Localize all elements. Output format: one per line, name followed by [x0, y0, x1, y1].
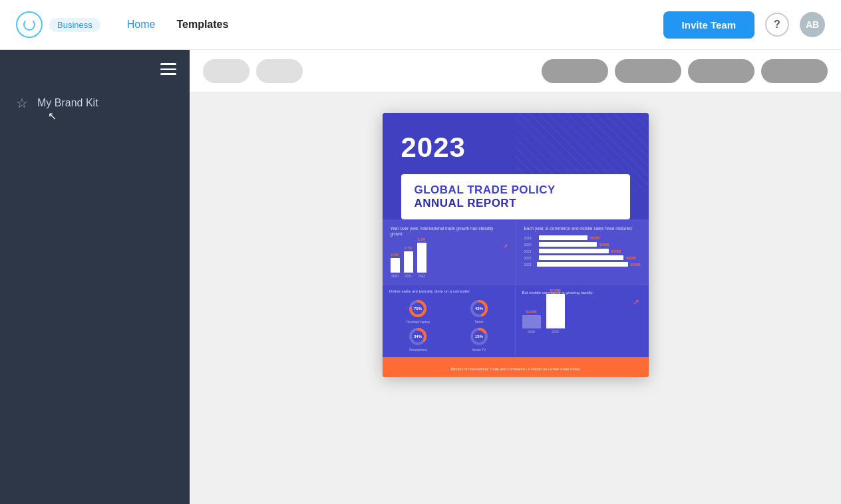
- toolbar-filter-3[interactable]: [688, 59, 755, 83]
- donut-smarttv-label: Smart TV: [472, 348, 486, 352]
- toolbar-button-2[interactable]: [256, 59, 303, 83]
- sidebar-item-brand-kit[interactable]: ☆ My Brand Kit ↖: [0, 86, 190, 120]
- mobile-val-2022: $745B: [550, 289, 560, 293]
- bar-2021-value: 3.7%: [405, 246, 412, 250]
- star-icon: ☆: [16, 95, 28, 111]
- mobile-label-2015: 2015: [528, 330, 535, 334]
- donut-desktop-label: Desktop/Laptop: [407, 320, 430, 324]
- hbar-2019-val: $237B: [590, 236, 600, 240]
- hbar-2022-year: 2022: [524, 256, 536, 260]
- business-badge: Business: [49, 18, 100, 32]
- bar-2021: 3.7% 2021: [404, 246, 413, 278]
- donut-grid: 75% Desktop/Laptop 43% Tablet: [383, 293, 515, 357]
- hbar-2023-year: 2023: [524, 263, 535, 267]
- hbar-2020-bar: [539, 242, 597, 247]
- invite-team-button[interactable]: Invite Team: [663, 11, 755, 39]
- hbar-2020-year: 2020: [524, 243, 536, 247]
- donut-smartphone: 34% Smartphone: [389, 326, 448, 352]
- toolbar-filter-4[interactable]: [761, 59, 828, 83]
- sidebar: ☆ My Brand Kit ↖: [0, 50, 190, 504]
- doc-charts-bottom: Online sales are typically done on a com…: [383, 285, 649, 357]
- bar-2022-col: [417, 243, 426, 273]
- bar-chart-title: Year over year, international trade grow…: [391, 226, 508, 237]
- doc-charts-top: Year over year, international trade grow…: [383, 219, 649, 285]
- hbar-2019-year: 2019: [524, 236, 536, 240]
- bar-2022: 5.2% 2022: [417, 237, 426, 278]
- doc-footer: Ministry of International Trade and Comm…: [383, 357, 649, 377]
- hbar-2020-val: $280B: [599, 243, 609, 247]
- nav-templates[interactable]: Templates: [171, 19, 234, 31]
- bar-2020-col: [391, 258, 400, 273]
- mobile-label-2022: 2022: [552, 330, 559, 334]
- avatar[interactable]: AB: [800, 12, 825, 37]
- doc-footer-text: Ministry of International Trade and Comm…: [450, 367, 580, 371]
- svg-text:15%: 15%: [475, 334, 484, 338]
- donut-smarttv: 15% Smart TV: [450, 326, 508, 352]
- toolbar-filter-2[interactable]: [615, 59, 681, 83]
- mobile-bar-2022-col: [546, 294, 565, 328]
- bar-2021-col: [404, 251, 413, 273]
- donut-smarttv-svg: 15%: [469, 326, 489, 346]
- mobile-bar-2015-col: [522, 315, 541, 328]
- hbar-2022: 2022 $410B: [524, 255, 641, 260]
- donut-smartphone-svg: 34%: [408, 326, 428, 346]
- sidebar-brand-kit-label: My Brand Kit: [37, 97, 98, 109]
- toolbar-filter-1[interactable]: [542, 59, 608, 83]
- bar-2020: 2.5% 2020: [391, 253, 400, 278]
- donut-title: Online sales are typically done on a com…: [383, 285, 515, 293]
- bar-2022-label: 2022: [418, 274, 425, 278]
- nav-home[interactable]: Home: [122, 19, 161, 31]
- hbar-chart: 2019 $237B 2020 $280B 2021: [524, 235, 641, 267]
- logo-area: Business: [16, 11, 100, 38]
- hbar-2022-bar: [539, 255, 624, 260]
- mobile-bar-2022: $745B 2022: [546, 289, 565, 334]
- logo-icon: [16, 11, 43, 38]
- hbar-2021: 2021 $340B: [524, 249, 641, 253]
- bar-chart-area: ↗ 2.5% 2020 3.7% 2021: [391, 241, 508, 278]
- svg-text:43%: 43%: [475, 307, 484, 311]
- bar-2021-label: 2021: [405, 274, 412, 278]
- toolbar-button-1[interactable]: [203, 59, 250, 83]
- hamburger-icon: [160, 63, 176, 75]
- doc-title-line2: ANNUAL REPORT: [415, 197, 617, 210]
- content-area: 2023 GLOBAL TRADE POLICY ANNUAL REPORT Y…: [190, 50, 841, 504]
- donut-desktop-svg: 75%: [408, 299, 428, 318]
- hbar-chart-title: Each year, E-commerce and mobile sales h…: [524, 226, 641, 231]
- svg-text:34%: 34%: [414, 334, 422, 338]
- hbar-chart-panel: Each year, E-commerce and mobile sales h…: [516, 219, 649, 285]
- bar-2020-label: 2020: [391, 274, 399, 278]
- hbar-2019: 2019 $237B: [524, 235, 641, 240]
- hbar-2019-bar: [539, 235, 588, 240]
- donut-smartphone-label: Smartphone: [409, 348, 427, 352]
- hbar-2022-val: $410B: [626, 256, 636, 260]
- donut-desktop: 75% Desktop/Laptop: [389, 299, 448, 324]
- donut-tablet-label: Tablet: [474, 320, 483, 324]
- doc-header: 2023: [383, 113, 649, 174]
- top-navigation: Business Home Templates Invite Team ? AB: [0, 0, 841, 50]
- bar-2022-value: 5.2%: [418, 237, 425, 241]
- toolbar: [190, 50, 841, 93]
- hbar-2023-bar: [537, 262, 627, 267]
- hbar-2021-year: 2021: [524, 249, 536, 253]
- hbar-2023-val: $530B: [631, 263, 641, 267]
- doc-bg-pattern: [516, 113, 649, 193]
- donut-tablet: 43% Tablet: [450, 299, 508, 324]
- mobile-bar-2015: $133B 2015: [522, 310, 541, 334]
- cursor-icon: ↖: [48, 110, 57, 122]
- mobile-chart-section: But mobile commerce is growing rapidly: …: [516, 285, 649, 357]
- document-preview: 2023 GLOBAL TRADE POLICY ANNUAL REPORT Y…: [383, 113, 649, 377]
- hbar-2021-bar: [539, 249, 609, 253]
- trend-arrow: ↗: [502, 243, 508, 250]
- logo-inner-circle: [23, 19, 35, 31]
- help-button[interactable]: ?: [765, 13, 789, 37]
- hbar-2023: 2023 $530B: [524, 262, 641, 267]
- sidebar-hamburger[interactable]: [0, 61, 190, 86]
- svg-text:75%: 75%: [414, 307, 422, 311]
- mobile-chart-title: But mobile commerce is growing rapidly:: [522, 291, 642, 295]
- main-layout: ☆ My Brand Kit ↖ 2023: [0, 50, 841, 504]
- donut-section: Online sales are typically done on a com…: [383, 285, 516, 357]
- canvas-area: 2023 GLOBAL TRADE POLICY ANNUAL REPORT Y…: [190, 93, 841, 504]
- mobile-val-2015: $133B: [526, 310, 536, 314]
- donut-tablet-svg: 43%: [469, 299, 489, 318]
- hbar-2021-val: $340B: [611, 249, 621, 253]
